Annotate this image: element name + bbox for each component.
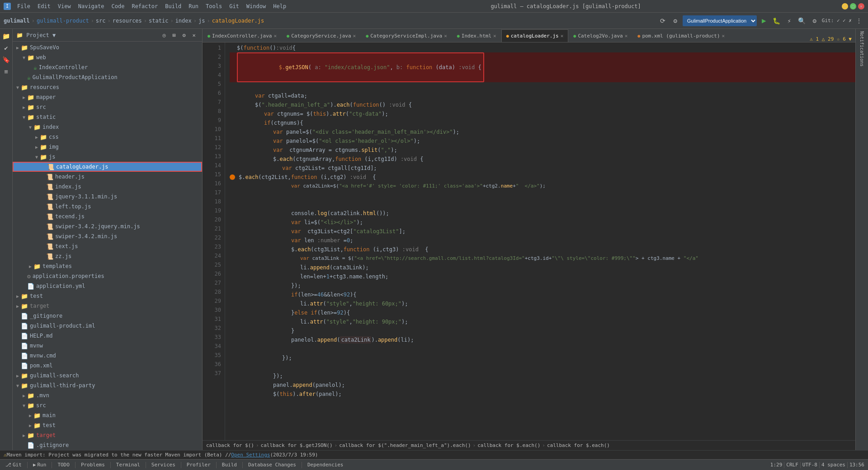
breadcrumb-nav-item-4[interactable]: callback for $.each()	[477, 442, 540, 448]
close-btn[interactable]: ✕	[858, 3, 864, 9]
tree-item-app[interactable]: ▶ ☕ GulimallProductApplication	[13, 72, 202, 82]
tree-item-mvnw[interactable]: ▶ 📄 mvnw	[13, 341, 202, 351]
menu-edit[interactable]: Edit	[34, 2, 54, 10]
tab-close-index-html[interactable]: ✕	[493, 33, 496, 39]
tree-item-test[interactable]: ▶ 📁 test	[13, 291, 202, 301]
tree-item-gitignore[interactable]: ▶ 📄 _gitignore	[13, 311, 202, 321]
tree-item-web[interactable]: ▼ 📁 web	[13, 52, 202, 62]
tree-item-swiper-jq[interactable]: ▶ 📜 swiper-3.4.2.jquery.min.js	[13, 221, 202, 231]
tree-item-third-party[interactable]: ▼ 📁 gulimall-third-party	[13, 381, 202, 390]
tree-item-text-js[interactable]: ▶ 📜 text.js	[13, 241, 202, 251]
minimize-btn[interactable]: ─	[842, 3, 848, 9]
tree-item-help[interactable]: ▶ 📄 HELP.md	[13, 331, 202, 341]
tree-item-mapper[interactable]: ▶ 📁 mapper	[13, 92, 202, 102]
status-terminal[interactable]: Terminal	[114, 462, 142, 468]
run-icon[interactable]: ▶	[759, 15, 769, 26]
tree-item-target[interactable]: ▶ 📁 target	[13, 301, 202, 311]
tree-item-spusavevo[interactable]: ▶ 📁 SpuSaveVo	[13, 42, 202, 52]
breadcrumb-nav-item-1[interactable]: callback for $()	[206, 442, 254, 448]
status-build[interactable]: Build	[220, 462, 239, 468]
tree-item-target2[interactable]: ▶ 📁 target	[13, 430, 202, 440]
tab-categoryservice[interactable]: ● CategoryService.java ✕	[282, 29, 361, 42]
tab-catalogloader[interactable]: ● catalogLoader.js ✕	[501, 29, 569, 42]
tree-item-resources[interactable]: ▼ 📁 resources	[13, 82, 202, 92]
breadcrumb-nav-item-3[interactable]: callback for $(".header_main_left_a").ea…	[339, 442, 471, 448]
tree-item-indexcontroller[interactable]: ▶ ☕ IndexController	[13, 62, 202, 72]
status-git[interactable]: ⎇ Git	[4, 462, 24, 468]
menu-view[interactable]: View	[54, 2, 75, 10]
tree-item-catalogloader[interactable]: ▶ 📜 catalogLoader.js	[13, 162, 202, 172]
menu-git[interactable]: Git	[226, 2, 243, 10]
tab-catelog2vo[interactable]: ● Catelog2Vo.java ✕	[568, 29, 632, 42]
tree-item-swiper-min[interactable]: ▶ 📜 swiper-3.4.2.min.js	[13, 231, 202, 241]
menu-build[interactable]: Build	[161, 2, 185, 10]
notifications-icon[interactable]: Notifications	[858, 31, 867, 67]
tree-item-img[interactable]: ▶ 📁 img	[13, 142, 202, 152]
panel-settings-btn[interactable]: ⚙	[179, 31, 189, 40]
tab-pom[interactable]: ● pom.xml (gulimall-product) ✕	[632, 29, 730, 42]
tree-item-app-yml[interactable]: ▶ 📄 application.yml	[13, 281, 202, 291]
sidebar-bookmark-icon[interactable]: 🔖	[1, 54, 12, 65]
breadcrumb-nav-item-5[interactable]: callback for $.each()	[547, 442, 610, 448]
code-editor[interactable]: 12345 678910 1112131415 1617181920 21222…	[203, 42, 855, 440]
tree-item-src[interactable]: ▶ 📁 src	[13, 102, 202, 112]
breadcrumb-nav-item-2[interactable]: callback for $.getJSON()	[261, 442, 333, 448]
encoding[interactable]: UTF-8	[802, 462, 817, 468]
gear-icon[interactable]: ⚙	[809, 15, 820, 26]
sidebar-structure-icon[interactable]: ≡	[1, 66, 12, 77]
panel-locate-btn[interactable]: ◎	[160, 31, 169, 40]
status-profiler[interactable]: Profiler	[185, 462, 212, 468]
status-services[interactable]: Services	[150, 462, 177, 468]
menu-code[interactable]: Code	[108, 2, 128, 10]
tree-item-lefttop[interactable]: ▶ 📜 left.top.js	[13, 202, 202, 212]
crlf[interactable]: CRLF	[786, 462, 798, 468]
sidebar-commit-icon[interactable]: ✔	[1, 42, 12, 53]
tree-item-header-js[interactable]: ▶ 📜 header.js	[13, 172, 202, 182]
tab-close-catelog2vo[interactable]: ✕	[625, 33, 628, 39]
tree-item-static[interactable]: ▼ 📁 static	[13, 112, 202, 122]
indent[interactable]: 4 spaces	[821, 462, 845, 468]
panel-expand-btn[interactable]: ⊞	[170, 31, 179, 40]
tab-close-categoryserviceimpl[interactable]: ✕	[444, 33, 447, 39]
tab-indexcontroller[interactable]: ● IndexController.java ✕	[203, 29, 282, 42]
tab-close-indexcontroller[interactable]: ✕	[274, 33, 277, 39]
menu-help[interactable]: Help	[269, 2, 290, 10]
tree-item-test2[interactable]: ▶ 📁 test	[13, 420, 202, 430]
tree-item-mvn-dir[interactable]: ▶ 📁 .mvn	[13, 390, 202, 400]
sidebar-project-icon[interactable]: 📁	[1, 31, 12, 42]
status-todo[interactable]: TODO	[56, 462, 71, 468]
status-run[interactable]: ▶ Run	[31, 462, 48, 468]
run-config-select[interactable]: GulimallProductApplication	[683, 15, 757, 26]
sync-icon[interactable]: ⟳	[657, 15, 668, 26]
tab-categoryserviceimpl[interactable]: ● CategoryServiceImpl.java ✕	[361, 29, 452, 42]
open-settings-link[interactable]: Open Settings	[231, 452, 270, 458]
status-problems[interactable]: Problems	[79, 462, 107, 468]
tab-index-html[interactable]: ● Index.html ✕	[452, 29, 501, 42]
maximize-btn[interactable]: □	[850, 3, 856, 9]
menu-tools[interactable]: Tools	[202, 2, 226, 10]
tree-item-jquery[interactable]: ▶ 📜 jquery-3.1.1.min.js	[13, 192, 202, 202]
tree-item-gitignore2[interactable]: ▶ 📄 .gitignore	[13, 440, 202, 450]
status-db-changes[interactable]: Database Changes	[246, 462, 298, 468]
tree-item-js-folder[interactable]: ▼ 📁 js	[13, 152, 202, 162]
menu-file[interactable]: File	[14, 2, 34, 10]
tree-item-index[interactable]: ▼ 📁 index	[13, 122, 202, 132]
menu-navigate[interactable]: Navigate	[75, 2, 108, 10]
tree-item-templates[interactable]: ▶ 📁 templates	[13, 261, 202, 271]
debug-icon[interactable]: 🐛	[771, 15, 782, 26]
tree-item-search[interactable]: ▶ 📁 gulimall-search	[13, 371, 202, 381]
tab-close-pom[interactable]: ✕	[722, 33, 725, 39]
coverage-icon[interactable]: ⚡	[784, 15, 795, 26]
tree-item-pom[interactable]: ▶ 📄 pom.xml	[13, 361, 202, 371]
menu-window[interactable]: Window	[243, 2, 269, 10]
panel-close-btn[interactable]: ✕	[189, 31, 198, 40]
tree-item-index-js[interactable]: ▶ 📜 index.js	[13, 182, 202, 192]
tree-item-tecend[interactable]: ▶ 📜 tecend.js	[13, 212, 202, 221]
tree-item-css[interactable]: ▶ 📁 css	[13, 132, 202, 142]
menu-refactor[interactable]: Refactor	[128, 2, 161, 10]
tree-item-app-props[interactable]: ▶ ⚙ application.properties	[13, 271, 202, 281]
tree-item-src2[interactable]: ▼ 📁 src	[13, 400, 202, 410]
tree-item-main[interactable]: ▶ 📁 main	[13, 410, 202, 420]
more-icon[interactable]: ⋮	[854, 15, 864, 26]
tree-item-mvnw-cmd[interactable]: ▶ 📄 mvnw.cmd	[13, 351, 202, 361]
